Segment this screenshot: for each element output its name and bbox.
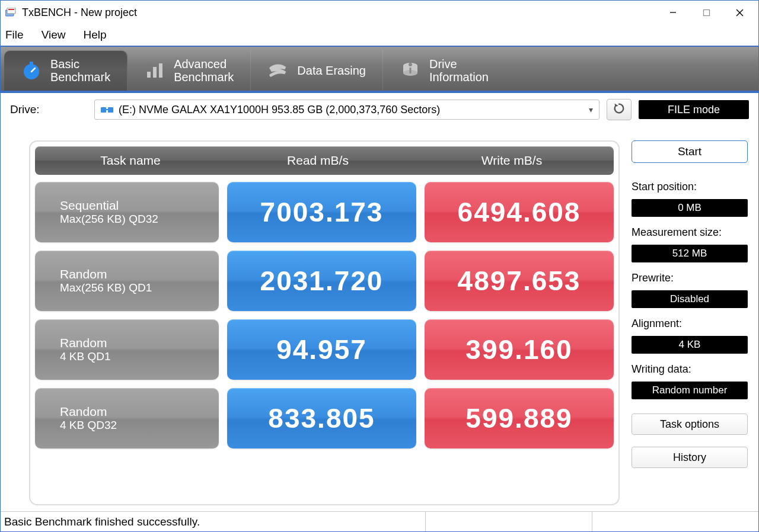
read-value: 94.957 [227,319,416,380]
read-value: 833.805 [227,388,416,448]
drive-row: Drive: (E:) NVMe GALAX XA1Y1000H 953.85 … [1,93,758,126]
read-value: 2031.720 [227,251,416,311]
alignment-value[interactable]: 4 KB [632,336,748,354]
start-position-value[interactable]: 0 MB [632,199,748,217]
tab-label: Basic [50,57,110,70]
drive-selected-text: (E:) NVMe GALAX XA1Y1000H 953.85 GB (2,0… [119,104,440,116]
chevron-down-icon: ▾ [589,105,593,114]
write-value: 399.160 [425,319,614,380]
task-title: Random [60,405,219,419]
tab-label: Benchmark [174,70,234,84]
app-window: TxBENCH - New project File View Help Bas… [0,0,759,532]
writing-data-value[interactable]: Random number [632,382,748,399]
result-row: Random Max(256 KB) QD1 2031.720 4897.653 [35,251,614,311]
header-write: Write mB/s [410,153,614,168]
prewrite-value[interactable]: Disabled [632,290,748,308]
task-sub: 4 KB QD1 [60,350,219,363]
header-read: Read mB/s [226,153,410,168]
menubar: File View Help [1,24,758,46]
header-task: Task name [35,153,226,168]
erase-icon [267,60,289,81]
bars-icon [144,60,165,81]
menu-help[interactable]: Help [83,28,106,41]
result-row: Sequential Max(256 KB) QD32 7003.173 649… [35,182,614,242]
results-header: Task name Read mB/s Write mB/s [35,146,614,175]
side-panel: Start Start position: 0 MB Measurement s… [632,140,748,505]
write-value: 599.889 [425,388,614,448]
svg-rect-2 [8,9,14,10]
task-title: Sequential [60,198,219,213]
task-sub: Max(256 KB) QD32 [60,213,219,226]
task-cell[interactable]: Random 4 KB QD32 [35,388,219,448]
tab-label: Benchmark [50,70,110,84]
task-title: Random [60,267,219,281]
svg-rect-19 [108,107,113,113]
result-row: Random 4 KB QD1 94.957 399.160 [35,319,614,380]
tab-data-erasing[interactable]: Data Erasing [251,50,383,91]
refresh-icon [613,102,626,117]
task-sub: 4 KB QD32 [60,419,219,432]
drive-info-icon [400,60,421,81]
tab-label: Advanced [174,57,234,70]
history-button[interactable]: History [632,447,748,468]
tabstrip: Basic Benchmark Advanced Benchmark Data … [1,46,758,93]
tab-basic-benchmark[interactable]: Basic Benchmark [4,50,127,91]
svg-point-16 [409,63,412,66]
read-value: 7003.173 [227,182,416,242]
tab-drive-information[interactable]: Drive Information [383,50,505,91]
task-cell[interactable]: Random Max(256 KB) QD1 [35,251,219,311]
stopwatch-icon [21,60,42,81]
app-icon [5,8,17,17]
refresh-button[interactable] [607,99,632,120]
write-value: 6494.608 [425,182,614,242]
drive-label: Drive: [10,103,87,116]
minimize-button[interactable] [656,2,690,23]
tab-advanced-benchmark[interactable]: Advanced Benchmark [127,50,251,91]
statusbar: Basic Benchmark finished successfully. [1,511,758,531]
menu-file[interactable]: File [5,28,24,41]
svg-rect-10 [147,72,151,78]
menu-view[interactable]: View [42,28,66,41]
alignment-label: Alignment: [632,318,748,330]
tab-label: Information [429,70,489,84]
start-button[interactable]: Start [632,140,748,163]
file-mode-button[interactable]: FILE mode [639,100,749,119]
svg-rect-12 [159,63,162,78]
measurement-size-label: Measurement size: [632,226,748,239]
prewrite-label: Prewrite: [632,272,748,284]
drive-icon [101,105,114,114]
write-value: 4897.653 [425,251,614,311]
task-options-button[interactable]: Task options [632,414,748,435]
svg-rect-17 [409,68,411,73]
maximize-button[interactable] [690,2,723,23]
close-button[interactable] [723,2,756,23]
svg-rect-1 [7,8,15,14]
task-cell[interactable]: Random 4 KB QD1 [35,319,219,380]
measurement-size-value[interactable]: 512 MB [632,245,748,262]
tab-label: Data Erasing [297,64,366,77]
window-title: TxBENCH - New project [22,7,656,19]
task-sub: Max(256 KB) QD1 [60,281,219,294]
task-title: Random [60,336,219,350]
task-cell[interactable]: Sequential Max(256 KB) QD32 [35,182,219,242]
svg-rect-18 [101,107,106,113]
tab-label: Drive [429,57,489,70]
status-text: Basic Benchmark finished successfully. [1,515,425,528]
results-panel: Task name Read mB/s Write mB/s Sequentia… [29,140,620,505]
titlebar[interactable]: TxBENCH - New project [1,1,758,24]
start-position-label: Start position: [632,181,748,193]
svg-rect-4 [703,9,709,15]
svg-rect-11 [153,67,157,78]
writing-data-label: Writing data: [632,363,748,376]
result-row: Random 4 KB QD32 833.805 599.889 [35,388,614,448]
svg-rect-8 [30,62,33,65]
drive-select[interactable]: (E:) NVMe GALAX XA1Y1000H 953.85 GB (2,0… [94,100,599,120]
